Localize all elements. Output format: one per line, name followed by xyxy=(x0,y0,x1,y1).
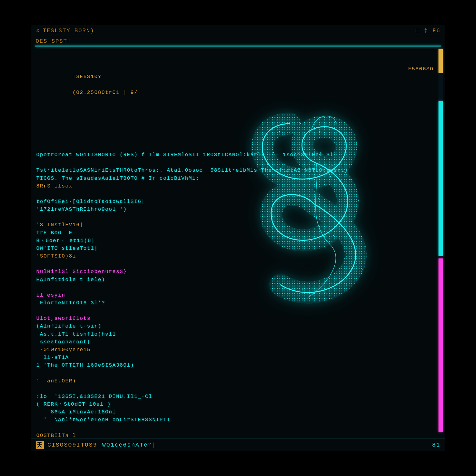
code-line: ' \Anl'tWor'eTenH onLirSTEHSSNIPTI xyxy=(36,416,434,424)
app-icon: ⌘ xyxy=(36,27,40,34)
status-page-number: 81 xyxy=(432,442,440,448)
code-line xyxy=(36,159,434,166)
code-line xyxy=(36,369,434,377)
code-line: OOSTBIlTa l xyxy=(36,432,434,439)
scrollbar[interactable] xyxy=(439,49,443,437)
window-control-min[interactable]: □ xyxy=(416,28,420,34)
terminal-content[interactable]: TSE5S10Y (O2.25080trO1 | 9/ F5806SO xyxy=(31,48,439,439)
code-line xyxy=(36,190,434,198)
code-line: ·01Wr100yere15 xyxy=(36,346,434,354)
status-mode: CISOSO9ITOS9 xyxy=(47,442,97,448)
header-proc-1: TSE5S10Y xyxy=(73,74,102,80)
code-line xyxy=(36,307,434,315)
window-control-close[interactable]: F6 xyxy=(432,28,440,34)
code-line: TstriteletloSASNiriEtsTHROtoThros:. Atal… xyxy=(36,166,434,174)
statusbar: 天 CISOSO9ITOS9 WO1ce6snATer| 81 xyxy=(31,439,445,451)
code-line: NulHiYlSl GicciobenuresS} xyxy=(36,268,434,275)
code-line: tofOfiEei·[OlidtoTao1owallSI6| xyxy=(36,198,434,205)
scrollbar-segment[interactable] xyxy=(439,256,443,258)
code-line xyxy=(36,424,434,432)
code-line: 'SOFTSIO)8i xyxy=(36,252,434,260)
code-line: sseatoonanont| xyxy=(36,338,434,346)
scrollbar-segment[interactable] xyxy=(439,258,443,432)
code-line: 'S INstlEV16| xyxy=(36,221,434,229)
code-line: '1721reYASThRI1hro9oo1 ') xyxy=(36,205,434,213)
code-line: 1 'The OTTETH 169eSISA38Ol) xyxy=(36,361,434,369)
status-badge-icon: 天 xyxy=(36,441,44,449)
code-line: 86sA iMinvAe:18Onl xyxy=(36,408,434,416)
code-line: :lo '1365I,&13SE21 DINU.Il1_·Cl xyxy=(36,393,434,400)
code-line: OW'ITO stlesTotl| xyxy=(36,245,434,252)
code-line xyxy=(36,260,434,268)
scrollbar-segment[interactable] xyxy=(439,73,443,101)
code-line: ( RERK・StOdET 10el ) xyxy=(36,400,434,408)
code-line: 8RrS ilsox xyxy=(36,182,434,190)
code-line: EAInfitiole t iele) xyxy=(36,276,434,284)
scrollbar-segment[interactable] xyxy=(439,101,443,256)
code-line: OpetrOreat WO1TISHORTO (RES) f Tlm SIREM… xyxy=(36,151,434,159)
scrollbar-segment[interactable] xyxy=(439,49,443,73)
window-control-mid[interactable]: ‡ xyxy=(424,28,428,34)
code-line xyxy=(36,385,434,393)
code-line xyxy=(36,284,434,291)
code-line: (Alnflifole t·sir) xyxy=(36,322,434,330)
code-line: B・8oer・ et11(8| xyxy=(36,237,434,245)
header-counter: F5806SO xyxy=(408,65,434,104)
code-line: li·sT1A xyxy=(36,354,434,361)
code-line: As,t.lTl tisnflo(hvl1 xyxy=(36,330,434,338)
prompt-line: OES SPST' xyxy=(31,36,445,46)
titlebar: ⌘ TESLSTY BORN) □ ‡ F6 xyxy=(31,25,445,36)
code-line: Ulot,swor161ots xyxy=(36,315,434,322)
code-line xyxy=(36,213,434,221)
code-line: TrE B0O E- xyxy=(36,229,434,237)
terminal-window: ⌘ TESLSTY BORN) □ ‡ F6 OES SPST' TSE5S10… xyxy=(31,25,445,451)
code-line: ' anE.OER) xyxy=(36,377,434,385)
code-line: TICGS. The sIsadesAalelTBOTO # Ir coloBi… xyxy=(36,174,434,182)
status-file: WO1ce6snATer| xyxy=(102,442,156,448)
header-divider xyxy=(35,46,441,46)
code-line: il esyin xyxy=(36,291,434,299)
header-proc-2: (O2.25080trO1 | 9/ xyxy=(73,90,138,95)
window-title: TESLSTY BORN) xyxy=(43,28,94,34)
code-line: FlorTeNITrOI6 3l'? xyxy=(36,299,434,307)
